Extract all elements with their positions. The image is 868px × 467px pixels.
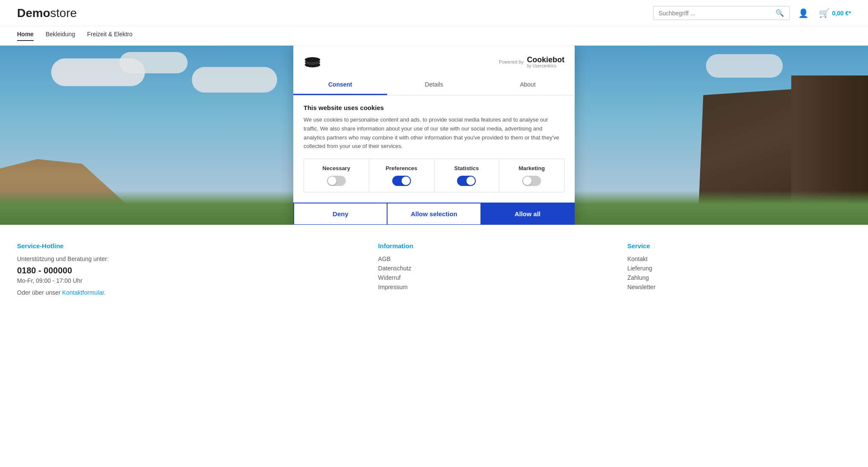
nav-item-freizeit[interactable]: Freizeit & Elektro [87, 31, 133, 41]
toggle-necessary[interactable] [327, 176, 346, 186]
footer-contact-link[interactable]: Kontaktformular. [62, 289, 106, 296]
nav-item-home[interactable]: Home [17, 31, 34, 41]
toggle-knob-preferences [402, 177, 410, 185]
toggle-marketing[interactable] [522, 176, 541, 186]
footer-link-newsletter[interactable]: Newsletter [627, 284, 851, 290]
cart-icon-wrapper[interactable]: 🛒 0,00 €* [819, 8, 851, 18]
toggle-cell-necessary: Necessary [304, 159, 369, 192]
logo-bold: Demo [17, 6, 50, 20]
toggle-cell-statistics: Statistics [434, 159, 500, 192]
cookiebot-brand-block: Cookiebot by Usercentrics [527, 55, 564, 68]
footer-link-kontakt[interactable]: Kontakt [627, 255, 851, 262]
cookie-title: This website uses cookies [304, 104, 564, 111]
cookiebot-brand-sub: by Usercentrics [527, 63, 564, 68]
footer-information-heading: Information [378, 242, 602, 249]
deny-button[interactable]: Deny [293, 203, 387, 225]
footer: Service-Hotline Unterstützung und Beratu… [0, 225, 868, 305]
toggle-label-necessary: Necessary [322, 165, 350, 171]
search-icon-button[interactable]: 🔍 [775, 9, 784, 17]
tab-consent[interactable]: Consent [293, 75, 387, 95]
toggle-statistics[interactable] [457, 176, 476, 186]
logo[interactable]: Demostore [17, 6, 77, 20]
svg-point-2 [305, 57, 320, 62]
footer-hours: Mo-Fr, 09:00 - 17:00 Uhr [17, 277, 353, 284]
toggle-label-marketing: Marketing [518, 165, 544, 171]
footer-link-zahlung[interactable]: Zahlung [627, 274, 851, 281]
nav-item-bekleidung[interactable]: Bekleidung [46, 31, 75, 41]
toggle-label-statistics: Statistics [454, 165, 479, 171]
tab-about[interactable]: About [481, 75, 575, 95]
footer-information: Information AGB Datenschutz Widerruf Imp… [378, 242, 602, 296]
header-icons: 👤 🛒 0,00 €* [798, 8, 851, 18]
toggle-knob-marketing [523, 177, 532, 185]
cookie-logo [304, 53, 321, 71]
footer-link-lieferung[interactable]: Lieferung [627, 265, 851, 272]
toggle-label-preferences: Preferences [385, 165, 417, 171]
modal-header: Powered by Cookiebot by Usercentrics [293, 46, 575, 75]
cookiebot-icon [304, 53, 321, 71]
footer-link-widerruf[interactable]: Widerruf [378, 274, 602, 281]
toggle-knob-necessary [328, 177, 336, 185]
search-input[interactable] [659, 10, 775, 17]
footer-service-heading: Service [627, 242, 851, 249]
modal-body: This website uses cookies We use cookies… [293, 96, 575, 203]
header: Demostore 🔍 👤 🛒 0,00 €* [0, 0, 868, 26]
tab-details[interactable]: Details [387, 75, 481, 95]
footer-link-agb[interactable]: AGB [378, 255, 602, 262]
cart-price: 0,00 €* [832, 10, 851, 17]
powered-by-text: Powered by [499, 59, 524, 64]
toggle-preferences[interactable] [392, 176, 411, 186]
footer-link-impressum[interactable]: Impressum [378, 284, 602, 290]
cookiebot-brand-name: Cookiebot [527, 55, 564, 63]
footer-service: Service Kontakt Lieferung Zahlung Newsle… [627, 242, 851, 296]
hero-area: Powered by Cookiebot by Usercentrics Con… [0, 46, 868, 225]
cookie-modal: Powered by Cookiebot by Usercentrics Con… [293, 46, 575, 225]
logo-light: store [50, 6, 77, 20]
footer-contact-pre: Oder über unser [17, 289, 62, 296]
footer-hotline-desc: Unterstützung und Beratung unter: [17, 255, 353, 262]
allow-selection-button[interactable]: Allow selection [387, 203, 480, 225]
footer-link-datenschutz[interactable]: Datenschutz [378, 265, 602, 272]
nav: Home Bekleidung Freizeit & Elektro [0, 26, 868, 46]
powered-by-section: Powered by Cookiebot by Usercentrics [499, 55, 564, 68]
toggle-cell-marketing: Marketing [499, 159, 564, 192]
account-icon[interactable]: 👤 [798, 8, 809, 18]
modal-tabs: Consent Details About [293, 75, 575, 96]
footer-hotline-heading: Service-Hotline [17, 242, 353, 249]
modal-buttons: Deny Allow selection Allow all [293, 203, 575, 225]
toggle-cell-preferences: Preferences [369, 159, 434, 192]
footer-service-hotline: Service-Hotline Unterstützung und Beratu… [17, 242, 353, 296]
toggle-knob-statistics [466, 177, 475, 185]
cart-icon: 🛒 [819, 8, 830, 18]
footer-contact-text: Oder über unser Kontaktformular. [17, 289, 353, 296]
search-bar: 🔍 [653, 6, 790, 20]
cookie-description: We use cookies to personalise content an… [304, 116, 564, 151]
allow-all-button[interactable]: Allow all [481, 203, 575, 225]
toggles-row: Necessary Preferences Statistics [304, 159, 564, 192]
footer-phone: 0180 - 000000 [17, 266, 353, 276]
